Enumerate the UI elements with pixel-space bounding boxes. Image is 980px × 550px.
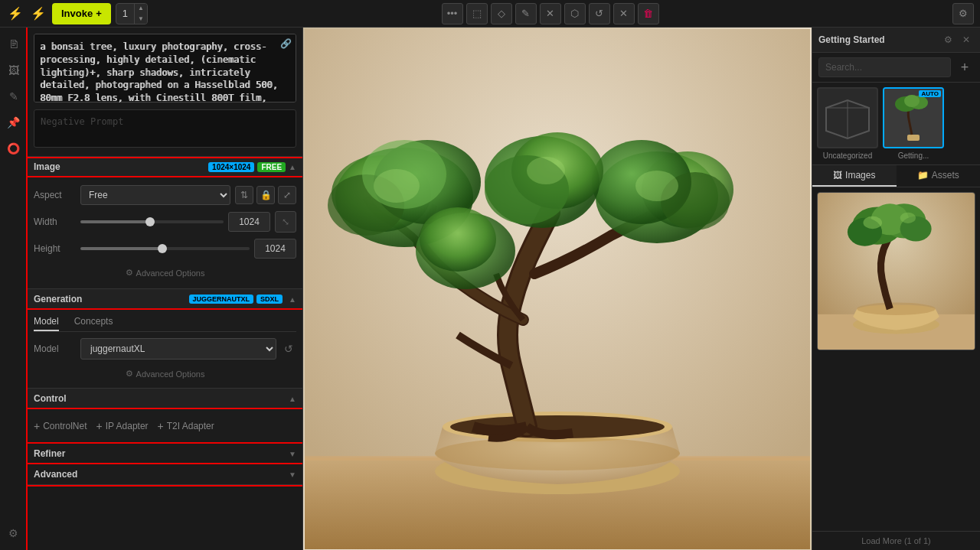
control-items: + ControlNet + IP Adapter + T2I Adapter [34,415,296,437]
delete-button[interactable]: 🗑 [638,3,659,24]
svg-point-22 [635,171,678,201]
model-select[interactable]: juggernautXL SDXL Base [80,338,276,360]
getting-started-label: Getting... [898,151,929,160]
height-slider[interactable] [80,247,250,250]
height-input[interactable]: 1024 [254,239,296,259]
size-badge: 1024×1024 [208,162,254,172]
expand-btn[interactable]: ⤢ [278,186,296,204]
svg-point-31 [904,95,920,107]
right-panel-controls: ⚙ ✕ [940,32,974,47]
right-panel-title: Getting Started [818,34,940,45]
center-tools: ••• ⬚ ◇ ✎ ✕ ⬡ ↺ ✕ 🗑 [442,3,659,24]
counter-down[interactable]: ▼ [135,14,147,24]
uncategorized-card[interactable]: Uncategorized [817,87,878,160]
height-label: Height [34,243,76,254]
generation-section-header[interactable]: Generation JUGGERNAUTXL SDXL ▲ [28,289,302,310]
assets-tab-label: Assets [932,170,959,181]
ip-plus-icon: + [96,420,103,432]
panel-settings-btn[interactable]: ⚙ [940,32,956,47]
pen-button[interactable]: ✎ [515,3,537,24]
ip-label: IP Adapter [106,421,149,431]
adv-options-label: Advanced Options [136,268,205,278]
images-tab[interactable]: 🖼 Images [812,165,897,187]
swap-btn[interactable]: ⇅ [235,186,253,204]
add-t2i-btn[interactable]: + T2I Adapter [158,420,214,432]
sidebar-edit-icon[interactable]: ✎ [3,86,24,107]
image-advanced-options[interactable]: ⚙ Advanced Options [34,265,296,281]
sidebar-image-icon[interactable]: 🖼 [3,60,24,81]
free-badge: FREE [257,162,286,172]
search-bar: + [812,53,980,83]
diamond-button[interactable]: ◇ [491,3,512,24]
search-input[interactable] [818,57,951,77]
t2i-label: T2I Adapter [167,421,214,431]
control-chevron: ▲ [289,395,296,403]
add-controlnet-btn[interactable]: + ControlNet [34,420,87,432]
control-section-header[interactable]: Control ▲ [28,389,302,409]
hex-button[interactable]: ⬡ [564,3,586,24]
uncategorized-thumb [817,87,878,148]
refiner-section[interactable]: Refiner ▼ [28,444,302,464]
add-ip-adapter-btn[interactable]: + IP Adapter [96,420,149,432]
uncategorized-label: Uncategorized [823,151,872,160]
grid-button[interactable]: ⬚ [466,3,488,24]
invoke-label: Invoke [61,8,93,19]
more-options-button[interactable]: ••• [442,3,463,24]
generation-title: Generation [34,294,189,304]
jugger-badge: JUGGERNAUTXL [189,295,254,304]
x-button[interactable]: ✕ [613,3,635,24]
height-row: Height 1024 [34,239,296,259]
advanced-section[interactable]: Advanced ▼ [28,464,302,485]
invoke-button[interactable]: Invoke + [52,3,111,24]
assets-tab-icon: 📁 [917,170,929,181]
negative-prompt-input[interactable] [34,109,296,148]
width-slider[interactable] [80,220,224,223]
aspect-label: Aspect [34,190,76,200]
load-more-label: Load More (1 of 1) [861,536,931,545]
counter-arrows: ▲ ▼ [134,3,147,24]
positive-prompt-textarea[interactable] [34,34,296,103]
gallery-grid [812,187,980,531]
add-button[interactable]: + [956,58,974,76]
width-input[interactable]: 1024 [228,212,270,232]
t2i-plus-icon: + [158,420,164,432]
model-refresh-btn[interactable]: ↺ [281,343,296,355]
resize-icon[interactable]: ⤡ [275,211,296,233]
sidebar-settings-icon[interactable]: ⚙ [3,522,24,544]
controlnet-label: ControlNet [43,421,87,431]
control-section-content: + ControlNet + IP Adapter + T2I Adapter [28,409,302,444]
adv-options-icon: ⚙ [126,268,133,278]
left-panel: 🔗 Image 1024×1024 FREE ▲ Aspect Free Squ… [28,28,303,550]
getting-started-card[interactable]: AUTO Getting... [883,87,944,160]
model-tab[interactable]: Model [34,316,59,331]
gallery-item-1[interactable] [817,192,975,350]
sidebar-circle-icon[interactable]: ⭕ [3,138,24,159]
model-label: Model [34,343,76,354]
model-row: Model juggernautXL SDXL Base ↺ [34,338,296,360]
svg-point-21 [374,169,420,203]
aspect-select[interactable]: Free Square Landscape Portrait [80,185,230,205]
panel-close-btn[interactable]: ✕ [959,32,974,47]
lock-btn[interactable]: 🔒 [256,186,275,204]
image-section-header[interactable]: Image 1024×1024 FREE ▲ [28,157,302,177]
svg-point-23 [527,157,565,184]
image-section-title: Image [34,161,208,172]
counter-up[interactable]: ▲ [135,3,147,14]
sidebar-text-icon[interactable]: 🖹 [3,34,24,55]
canvas-area [303,28,812,550]
image-section-content: Aspect Free Square Landscape Portrait ⇅ … [28,177,302,289]
rotate-button[interactable]: ↺ [589,3,610,24]
cross-button[interactable]: ✕ [540,3,561,24]
gear-button[interactable]: ⚙ [952,3,974,24]
image-chevron: ▲ [289,163,296,171]
concepts-tab[interactable]: Concepts [74,316,113,331]
assets-tab[interactable]: 📁 Assets [897,165,981,187]
gallery-bonsai-svg [818,193,975,350]
load-more-bar[interactable]: Load More (1 of 1) [812,531,980,550]
width-label: Width [34,216,76,227]
generation-advanced-options[interactable]: ⚙ Advanced Options [34,366,296,382]
topbar: ⚡ ⚡ Invoke + 1 ▲ ▼ ••• ⬚ ◇ ✎ ✕ ⬡ ↺ ✕ 🗑 ⚙ [0,0,980,28]
svg-point-5 [435,437,680,470]
sidebar-pin-icon[interactable]: 📌 [3,112,24,133]
counter-value: 1 [116,8,134,19]
